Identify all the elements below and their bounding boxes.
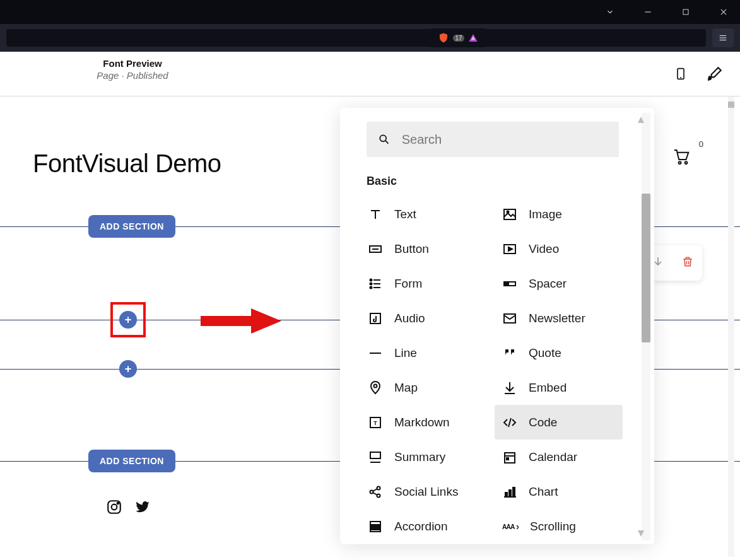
spacer-icon	[502, 276, 517, 291]
block-video[interactable]: Video	[501, 231, 635, 266]
svg-line-20	[385, 141, 388, 143]
block-search-input[interactable]	[402, 132, 608, 147]
block-label: Spacer	[529, 277, 567, 291]
block-label: Text	[394, 207, 416, 221]
extension-badge: 17	[453, 35, 464, 42]
cart-count: 0	[699, 139, 703, 149]
svg-line-45	[508, 418, 511, 427]
newsletter-icon	[502, 311, 517, 326]
picker-section-label: Basic	[367, 175, 635, 188]
block-picker-panel: Basic Text Image Button Vide	[340, 108, 654, 544]
browser-address-bar: 17	[0, 24, 740, 52]
block-label: Button	[394, 242, 429, 256]
scrolling-icon: AAA	[502, 519, 519, 534]
svg-text:T: T	[373, 420, 377, 426]
button-icon	[368, 242, 383, 257]
accordion-icon	[368, 519, 383, 534]
block-newsletter[interactable]: Newsletter	[501, 301, 635, 335]
caret-down-icon[interactable]	[599, 3, 621, 21]
image-icon	[502, 207, 517, 222]
window-minimize-button[interactable]	[637, 3, 659, 21]
window-maximize-button[interactable]	[674, 3, 697, 21]
block-label: Image	[529, 207, 562, 221]
svg-rect-46	[370, 452, 380, 458]
block-label: Video	[529, 242, 559, 256]
block-chart[interactable]: Chart	[501, 474, 635, 509]
svg-point-15	[117, 503, 119, 505]
block-quote[interactable]: Quote	[501, 335, 635, 370]
svg-point-14	[112, 505, 117, 510]
block-label: Markdown	[394, 416, 450, 429]
instagram-icon[interactable]	[106, 499, 122, 518]
add-section-button[interactable]: ADD SECTION	[88, 215, 175, 238]
block-map[interactable]: Map	[367, 370, 501, 405]
svg-point-9	[679, 161, 681, 164]
svg-rect-57	[509, 490, 511, 497]
svg-line-55	[373, 493, 377, 495]
block-form[interactable]: Form	[367, 266, 501, 301]
add-block-button[interactable]: +	[119, 311, 137, 329]
svg-rect-11	[201, 316, 251, 326]
block-label: Social Links	[394, 485, 458, 499]
url-input[interactable]	[6, 29, 706, 47]
summary-icon	[368, 450, 383, 465]
embed-icon	[502, 380, 517, 395]
audio-icon	[368, 311, 383, 326]
page-title: Font Preview	[50, 58, 214, 69]
window-close-button[interactable]	[712, 3, 735, 21]
block-code[interactable]: Code	[495, 405, 623, 440]
block-scrolling[interactable]: AAA Scrolling	[501, 509, 635, 544]
browser-menu-button[interactable]	[712, 28, 734, 47]
block-label: Newsletter	[529, 312, 585, 325]
quote-icon	[502, 346, 517, 361]
block-label: Form	[394, 277, 422, 291]
svg-rect-60	[370, 522, 380, 525]
block-label: Line	[394, 346, 417, 360]
cart-button[interactable]: 0	[671, 147, 692, 168]
page-scrollbar-thumb[interactable]	[728, 102, 734, 108]
block-button[interactable]: Button	[367, 231, 501, 266]
svg-text:AAA: AAA	[502, 523, 515, 530]
block-label: Quote	[529, 346, 561, 360]
block-accordion[interactable]: Accordion	[367, 509, 501, 544]
block-label: Audio	[394, 312, 425, 325]
block-search[interactable]	[367, 122, 619, 157]
block-image[interactable]: Image	[501, 197, 635, 231]
annotation-arrow-icon	[201, 308, 283, 334]
extension-pill[interactable]: 17	[428, 28, 488, 47]
svg-point-31	[370, 283, 372, 284]
video-icon	[502, 242, 517, 257]
mobile-preview-button[interactable]	[672, 65, 690, 83]
block-markdown[interactable]: T Markdown	[367, 405, 501, 440]
svg-rect-50	[507, 458, 508, 460]
block-label: Summary	[394, 450, 445, 464]
paint-brush-button[interactable]	[706, 65, 724, 83]
block-summary[interactable]: Summary	[367, 440, 501, 474]
twitter-icon[interactable]	[134, 499, 151, 518]
block-social-links[interactable]: Social Links	[367, 474, 501, 509]
block-label: Calendar	[529, 450, 577, 464]
svg-rect-58	[513, 487, 515, 497]
delete-button[interactable]	[681, 255, 694, 271]
page-scrollbar-track[interactable]	[728, 96, 734, 557]
svg-point-33	[370, 286, 372, 288]
block-label: Scrolling	[530, 520, 576, 534]
block-label: Embed	[529, 381, 567, 395]
block-embed[interactable]: Embed	[501, 370, 635, 405]
svg-rect-36	[504, 282, 508, 286]
svg-rect-56	[505, 493, 507, 497]
add-block-button[interactable]: +	[119, 360, 137, 378]
svg-line-54	[373, 489, 377, 491]
block-spacer[interactable]: Spacer	[501, 266, 635, 301]
form-icon	[368, 276, 383, 291]
block-audio[interactable]: Audio	[367, 301, 501, 335]
svg-point-24	[507, 211, 509, 213]
block-text[interactable]: Text	[367, 197, 501, 231]
svg-point-29	[370, 279, 372, 281]
block-line[interactable]: Line	[367, 335, 501, 370]
picker-scrollbar-thumb[interactable]	[642, 194, 650, 342]
svg-marker-28	[508, 247, 512, 251]
brave-shield-icon	[438, 32, 449, 44]
add-section-button[interactable]: ADD SECTION	[88, 450, 175, 472]
block-calendar[interactable]: Calendar	[501, 440, 635, 474]
